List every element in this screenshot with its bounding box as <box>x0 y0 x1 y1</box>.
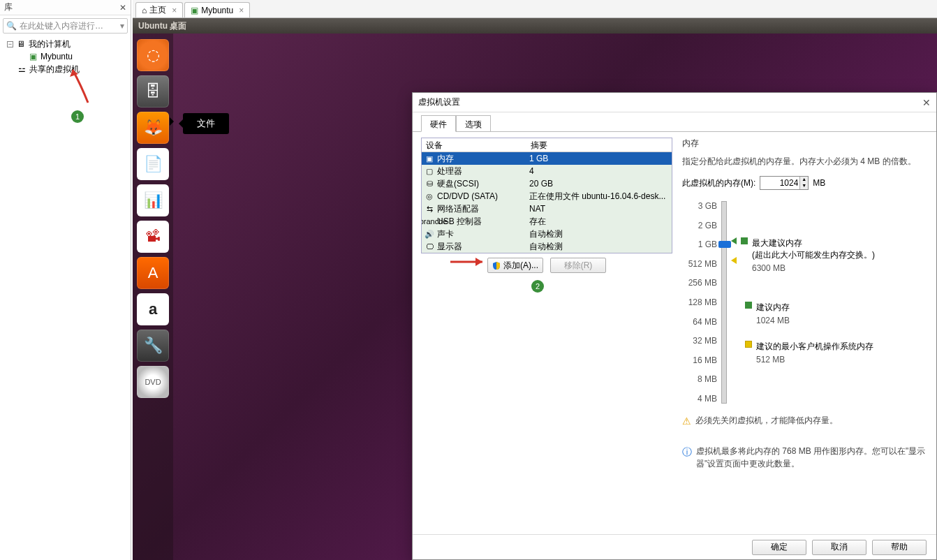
slider-tick-label: 2 GB <box>682 221 717 230</box>
shield-icon <box>492 261 501 270</box>
help-button[interactable]: 帮助 <box>872 540 927 555</box>
recommended-value: 1024 MB <box>756 315 790 327</box>
vm-icon: ▣ <box>28 52 38 61</box>
library-header: 库 ✕ <box>0 0 131 15</box>
tab-mybuntu[interactable]: ▣ Mybuntu × <box>184 2 250 17</box>
collapse-icon[interactable]: − <box>7 41 13 47</box>
col-device: 设备 <box>422 138 526 152</box>
ok-button[interactable]: 确定 <box>752 540 806 555</box>
tree-item-mybuntu[interactable]: ▣ Mybuntu <box>4 50 131 63</box>
memory-spinner[interactable]: ▲▼ <box>760 176 809 190</box>
min-recommended-value: 512 MB <box>756 354 873 366</box>
dialog-footer: 确定 取消 帮助 <box>413 534 936 559</box>
warning-icon: ⚠ <box>682 415 691 427</box>
firefox-icon[interactable]: 🦊 <box>137 112 169 144</box>
hardware-row[interactable]: ⇆网络适配器NAT <box>422 202 672 215</box>
memory-slider-ticks: 3 GB2 GB1 GB512 MB256 MB128 MB64 MB32 MB… <box>682 201 717 404</box>
library-search[interactable]: 🔍 在此处键入内容进行… ▾ <box>3 18 128 34</box>
amazon-icon[interactable]: a <box>137 293 169 325</box>
vm-titlebar: Ubuntu 桌面 <box>133 18 937 34</box>
software-icon[interactable]: A <box>137 257 169 289</box>
vm-icon: ▣ <box>191 6 198 15</box>
cd-icon: ◎ <box>425 191 434 201</box>
tab-bar: ⌂ 主页 × ▣ Mybuntu × <box>133 0 937 18</box>
search-icon: 🔍 <box>6 21 17 31</box>
hardware-row[interactable]: 🖵显示器自动检测 <box>422 240 672 253</box>
dialog-title: 虚拟机设置 <box>418 96 460 108</box>
files-icon[interactable]: 🗄 <box>137 75 169 108</box>
slider-tick-label: 4 MB <box>682 394 717 404</box>
slider-tick-label: 256 MB <box>682 278 717 288</box>
mem-icon: ▣ <box>425 154 434 163</box>
hardware-row[interactable]: �brancheUSB 控制器存在 <box>422 215 672 228</box>
memory-warning: ⚠ 必须先关闭虚拟机，才能降低内存量。 <box>682 415 928 427</box>
library-close-icon[interactable]: ✕ <box>119 3 126 13</box>
hardware-row[interactable]: ▣内存1 GB <box>422 152 672 165</box>
add-hardware-button[interactable]: 添加(A)... <box>487 258 543 273</box>
slider-tick-label: 16 MB <box>682 355 717 365</box>
slider-tick-label: 32 MB <box>682 336 717 346</box>
cancel-button[interactable]: 取消 <box>812 540 866 555</box>
impress-icon[interactable]: 📽 <box>137 221 169 253</box>
square-marker-icon <box>741 237 748 244</box>
library-panel: 库 ✕ 🔍 在此处键入内容进行… ▾ − 🖥 我的计算机 ▣ Mybuntu ⚍… <box>0 0 131 560</box>
search-placeholder: 在此处键入内容进行… <box>20 20 103 32</box>
dvd-icon[interactable]: DVD <box>137 366 169 398</box>
annotation-badge-2: 2 <box>531 280 544 293</box>
dialog-tabs: 硬件 选项 <box>413 115 936 132</box>
dropdown-icon[interactable]: ▾ <box>120 21 124 31</box>
memory-field-label: 此虚拟机的内存(M): <box>682 177 755 189</box>
tab-home[interactable]: ⌂ 主页 × <box>135 2 183 17</box>
remove-hardware-button[interactable]: 移除(R) <box>550 258 606 273</box>
dialog-titlebar: 虚拟机设置 ✕ <box>413 93 936 112</box>
triangle-marker-icon <box>731 237 737 244</box>
slider-tick-label: 64 MB <box>682 317 717 327</box>
calc-icon[interactable]: 📊 <box>137 184 169 216</box>
memory-heading: 内存 <box>682 138 928 149</box>
spin-up-icon[interactable]: ▲ <box>799 177 808 183</box>
cpu-icon: ▢ <box>425 166 434 176</box>
launcher-tooltip: 文件 <box>183 113 229 134</box>
display-icon: 🖵 <box>425 242 434 251</box>
close-icon[interactable]: × <box>239 6 244 15</box>
settings-icon[interactable]: 🔧 <box>137 330 169 362</box>
hardware-table: 设备 摘要 ▣内存1 GB▢处理器4⛁硬盘(SCSI)20 GB◎CD/DVD … <box>421 138 672 253</box>
min-recommended-label: 建议的最小客户机操作系统内存 <box>756 341 873 353</box>
memory-slider-track[interactable] <box>721 201 727 404</box>
slider-tick-label: 128 MB <box>682 297 717 307</box>
tab-options[interactable]: 选项 <box>456 115 491 132</box>
dialog-close-icon[interactable]: ✕ <box>922 97 931 108</box>
close-icon[interactable]: × <box>172 6 177 15</box>
annotation-arrow-2 <box>449 255 491 269</box>
hardware-row[interactable]: ◎CD/DVD (SATA)正在使用文件 ubuntu-16.04.6-desk… <box>422 190 672 202</box>
triangle-marker-icon <box>731 257 737 264</box>
hardware-row[interactable]: ▢处理器4 <box>422 165 672 177</box>
info-icon: ⓘ <box>682 445 692 459</box>
computer-icon: 🖥 <box>16 39 26 49</box>
vm-tree: − 🖥 我的计算机 ▣ Mybuntu ⚍ 共享的虚拟机 <box>0 38 131 75</box>
slider-tick-label: 8 MB <box>682 374 717 384</box>
dash-icon[interactable]: ◌ <box>137 39 169 71</box>
home-icon: ⌂ <box>142 6 147 15</box>
tab-hardware[interactable]: 硬件 <box>421 115 456 132</box>
vm-settings-dialog: 虚拟机设置 ✕ 硬件 选项 设备 摘要 ▣内存1 GB▢处理器4⛁硬盘(SCSI… <box>412 92 937 560</box>
slider-tick-label: 3 GB <box>682 201 717 211</box>
tree-item-shared[interactable]: ⚍ 共享的虚拟机 <box>4 63 131 75</box>
spin-down-icon[interactable]: ▼ <box>799 183 808 189</box>
tree-root-my-computer[interactable]: − 🖥 我的计算机 <box>4 38 131 50</box>
usb-icon: �branche <box>425 216 434 226</box>
col-summary: 摘要 <box>526 138 552 152</box>
sound-icon: 🔊 <box>425 229 434 239</box>
active-indicator-icon <box>170 117 174 126</box>
square-marker-icon <box>745 302 752 309</box>
slider-tick-label: 512 MB <box>682 259 717 269</box>
hardware-row[interactable]: ⛁硬盘(SCSI)20 GB <box>422 177 672 190</box>
recommended-label: 建议内存 <box>756 302 790 314</box>
writer-icon[interactable]: 📄 <box>137 148 169 180</box>
memory-unit: MB <box>813 178 825 188</box>
hardware-row[interactable]: 🔊声卡自动检测 <box>422 228 672 240</box>
memory-slider-thumb[interactable] <box>718 241 731 248</box>
unity-launcher: ◌ 🗄 🦊 📄 📊 📽 A a 🔧 DVD <box>133 34 173 560</box>
disk-icon: ⛁ <box>425 179 434 189</box>
library-title: 库 <box>4 1 13 13</box>
